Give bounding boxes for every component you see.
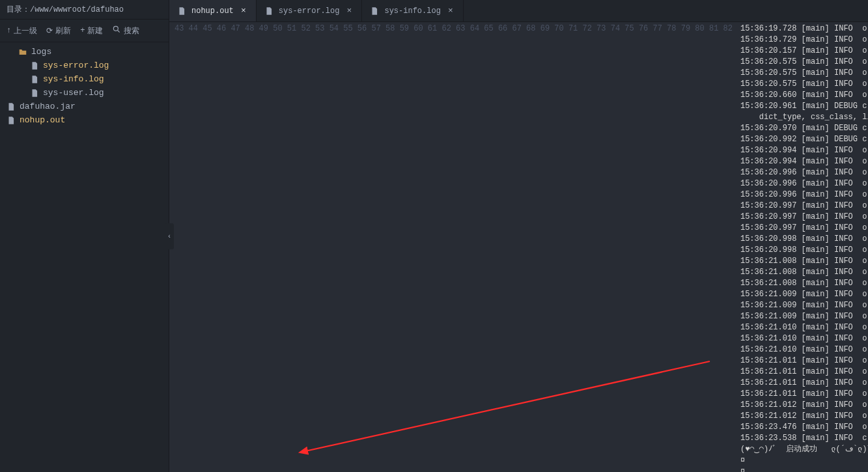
file-dafuhao-jar[interactable]: dafuhao.jar: [0, 100, 169, 113]
new-button[interactable]: + 新建: [80, 25, 103, 36]
search-icon: [112, 25, 121, 36]
sidebar: 目录：/www/wwwroot/dafuhao ↑ 上一级 ⟳ 刷新 + 新建 …: [0, 0, 169, 472]
tab-label: sys-info.log: [384, 7, 440, 16]
path-value: /www/wwwroot/dafuhao: [30, 5, 124, 14]
file-label: dafuhao.jar: [20, 102, 76, 111]
search-button[interactable]: 搜索: [112, 25, 139, 36]
code-area[interactable]: 43 44 45 46 47 48 49 50 51 52 53 54 55 5…: [169, 22, 868, 472]
up-label: 上一级: [14, 25, 37, 36]
code-content[interactable]: 15:36:19.728 [main] INFO o.a.s.c.e.EhCac…: [740, 22, 868, 472]
file-sys-user[interactable]: sys-user.log: [0, 86, 169, 100]
tab-sys-error[interactable]: sys-error.log ×: [257, 0, 363, 21]
plus-icon: +: [80, 26, 85, 35]
file-sys-info[interactable]: sys-info.log: [0, 72, 169, 86]
close-icon[interactable]: ×: [446, 7, 455, 16]
toolbar: ↑ 上一级 ⟳ 刷新 + 新建 搜索: [0, 20, 169, 42]
tab-bar: nohup.out × sys-error.log × sys-info.log…: [169, 0, 868, 22]
file-icon: [264, 7, 273, 16]
folder-logs[interactable]: logs: [0, 45, 169, 59]
file-icon: [177, 7, 186, 16]
editor-area: ‹ nohup.out × sys-error.log × sys-info.l…: [169, 0, 868, 472]
file-label: sys-info.log: [43, 74, 104, 84]
file-label: nohup.out: [20, 115, 65, 125]
file-icon: [30, 61, 39, 70]
tab-nohup-out[interactable]: nohup.out ×: [169, 0, 257, 21]
file-icon: [30, 89, 39, 98]
new-label: 新建: [87, 25, 103, 36]
folder-label: logs: [31, 47, 51, 57]
path-bar: 目录：/www/wwwroot/dafuhao: [0, 0, 169, 20]
refresh-label: 刷新: [55, 25, 71, 36]
file-nohup-out[interactable]: nohup.out: [0, 113, 169, 127]
close-icon[interactable]: ×: [344, 7, 354, 16]
tab-label: nohup.out: [191, 7, 234, 16]
file-label: sys-user.log: [43, 88, 104, 98]
svg-line-1: [118, 31, 120, 33]
svg-point-0: [114, 26, 119, 31]
file-icon: [30, 75, 39, 84]
file-icon: [7, 102, 16, 111]
refresh-button[interactable]: ⟳ 刷新: [46, 25, 71, 36]
up-button[interactable]: ↑ 上一级: [7, 25, 37, 36]
file-label: sys-error.log: [43, 61, 109, 70]
file-icon: [370, 7, 379, 16]
up-icon: ↑: [7, 26, 11, 35]
file-icon: [7, 116, 16, 125]
folder-icon: [18, 48, 27, 57]
collapse-sidebar-handle[interactable]: ‹: [165, 223, 174, 249]
line-gutter: 43 44 45 46 47 48 49 50 51 52 53 54 55 5…: [169, 22, 740, 472]
tab-label: sys-error.log: [279, 7, 340, 16]
file-tree: logs sys-error.log sys-info.log sys-user…: [0, 42, 169, 472]
close-icon[interactable]: ×: [239, 7, 248, 16]
refresh-icon: ⟳: [46, 26, 53, 36]
tab-sys-info[interactable]: sys-info.log ×: [362, 0, 463, 21]
file-sys-error[interactable]: sys-error.log: [0, 59, 169, 72]
path-label: 目录：: [7, 5, 30, 14]
search-label: 搜索: [124, 25, 139, 36]
